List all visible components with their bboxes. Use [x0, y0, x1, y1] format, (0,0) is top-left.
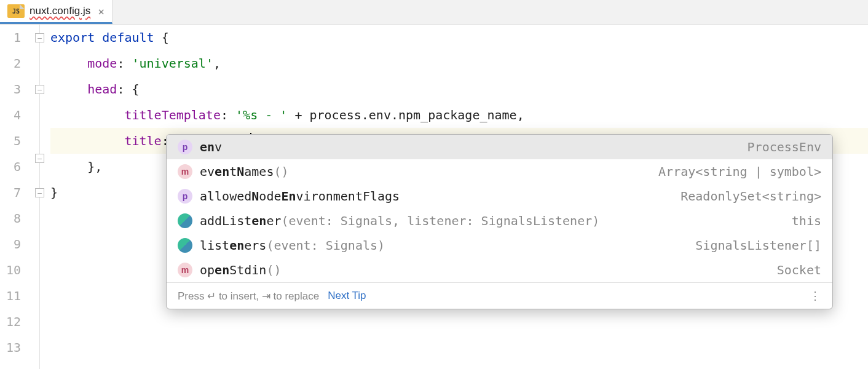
line-number: 7	[0, 180, 21, 205]
line-number: 6	[0, 154, 21, 180]
property-icon: p	[178, 189, 192, 204]
line-number: 10	[0, 257, 21, 283]
completion-label: allowedNodeEnvironmentFlags	[200, 189, 673, 204]
line-number: 2	[0, 50, 21, 76]
code-line[interactable]: mode: 'universal',	[50, 50, 868, 76]
fold-icon[interactable]: –	[35, 33, 44, 42]
autocomplete-popup: penvProcessEnvmeventNames()Array<string …	[166, 134, 833, 309]
code-line[interactable]	[50, 335, 868, 360]
close-icon[interactable]: ×	[98, 5, 105, 18]
fold-gutter: – – – –	[31, 25, 49, 369]
tab-filename: nuxt.config.js	[30, 5, 90, 17]
fold-icon[interactable]: –	[35, 85, 44, 94]
js-file-icon: JS	[7, 4, 25, 18]
completion-type: Socket	[777, 263, 821, 277]
property-icon: p	[178, 140, 192, 154]
code-line[interactable]: titleTemplate: '%s - ' + process.env.npm…	[50, 102, 868, 128]
completion-type: ProcessEnv	[748, 140, 821, 154]
line-number-gutter: 12345678910111213	[0, 25, 31, 369]
completion-footer: Press ↵ to insert, ⇥ to replaceNext Tip⋮	[167, 282, 832, 309]
function-icon	[178, 238, 192, 253]
completion-type: ReadonlySet<string>	[681, 189, 821, 204]
completion-item[interactable]: pallowedNodeEnvironmentFlagsReadonlySet<…	[167, 184, 832, 208]
method-icon: m	[178, 164, 192, 179]
completion-item[interactable]: meventNames()Array<string | symbol>	[167, 159, 832, 184]
line-number: 1	[0, 25, 21, 50]
line-number: 12	[0, 309, 21, 335]
completion-item[interactable]: listeners(event: Signals)SignalsListener…	[167, 233, 832, 258]
completion-type: SignalsListener[]	[695, 238, 821, 253]
completion-item[interactable]: penvProcessEnv	[167, 135, 832, 159]
line-number: 3	[0, 76, 21, 102]
line-number: 11	[0, 283, 21, 309]
completion-label: openStdin()	[200, 263, 770, 277]
line-number: 13	[0, 335, 21, 360]
completion-label: listeners(event: Signals)	[200, 238, 688, 253]
completion-type: Array<string | symbol>	[658, 164, 821, 179]
footer-hint: Press ↵ to insert, ⇥ to replace	[178, 290, 319, 303]
tab-bar: JS nuxt.config.js ×	[0, 0, 868, 25]
completion-item[interactable]: addListener(event: Signals, listener: Si…	[167, 208, 832, 233]
completion-label: env	[200, 140, 740, 154]
line-number: 9	[0, 231, 21, 257]
code-line[interactable]	[50, 309, 868, 335]
completion-type: this	[792, 213, 821, 228]
line-number: 4	[0, 102, 21, 128]
line-number: 5	[0, 128, 21, 154]
code-line[interactable]: head: {	[50, 76, 868, 102]
completion-label: eventNames()	[200, 164, 651, 179]
next-tip-link[interactable]: Next Tip	[328, 290, 366, 302]
fold-icon[interactable]: –	[35, 188, 44, 197]
function-icon	[178, 213, 192, 228]
more-icon[interactable]: ⋮	[810, 289, 821, 303]
code-line[interactable]: export default {	[50, 25, 868, 50]
completion-label: addListener(event: Signals, listener: Si…	[200, 213, 784, 228]
completion-item[interactable]: mopenStdin()Socket	[167, 258, 832, 282]
method-icon: m	[178, 263, 192, 277]
fold-icon[interactable]: –	[35, 154, 44, 163]
line-number: 8	[0, 205, 21, 231]
file-tab[interactable]: JS nuxt.config.js ×	[0, 0, 112, 24]
